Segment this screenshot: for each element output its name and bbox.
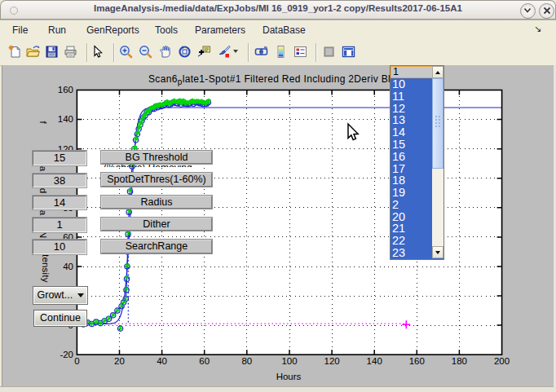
svg-text:160: 160 <box>58 85 73 95</box>
svg-text:20: 20 <box>114 356 125 366</box>
svg-text:80: 80 <box>241 356 252 366</box>
svg-text:180: 180 <box>452 356 467 366</box>
svg-text:60: 60 <box>199 356 210 366</box>
svg-text:160: 160 <box>409 356 425 366</box>
svg-text:0: 0 <box>74 356 79 366</box>
svg-text:120: 120 <box>324 356 340 366</box>
svg-text:100: 100 <box>281 356 297 366</box>
svg-text:40: 40 <box>63 262 73 271</box>
svg-text:Scan6plate1-Spot#1 Filtered Re: Scan6plate1-Spot#1 Filtered Red Includin… <box>148 73 421 86</box>
svg-text:140: 140 <box>367 356 382 366</box>
svg-text:Hours: Hours <box>276 372 302 381</box>
svg-text:-20: -20 <box>60 350 73 359</box>
svg-text:200: 200 <box>494 356 510 366</box>
svg-text:140: 140 <box>58 114 73 124</box>
svg-text:40: 40 <box>157 356 167 366</box>
